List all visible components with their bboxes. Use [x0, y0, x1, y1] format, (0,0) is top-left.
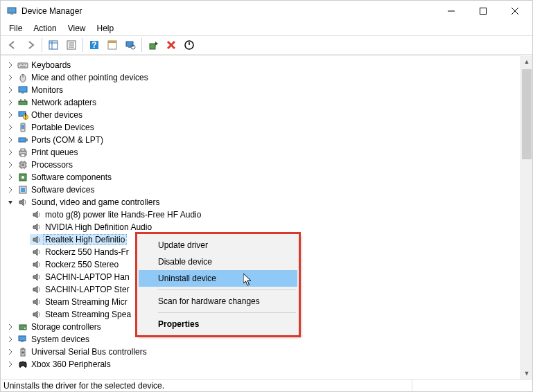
menu-action[interactable]: Action: [28, 22, 62, 35]
scroll-thumb[interactable]: [522, 69, 532, 159]
tree-row[interactable]: Universal Serial Bus controllers: [2, 346, 532, 358]
tree-row[interactable]: Keyboards: [2, 59, 532, 71]
expand-icon[interactable]: [5, 359, 16, 370]
sound-icon: [31, 309, 42, 320]
svg-text:!: !: [24, 112, 26, 121]
scroll-down-arrow[interactable]: ▼: [521, 367, 532, 379]
svg-text:?: ?: [91, 40, 96, 50]
expand-icon[interactable]: [5, 134, 16, 145]
tree-row[interactable]: Processors: [2, 159, 532, 171]
sound-icon: [31, 259, 42, 270]
uninstall-button[interactable]: [163, 37, 180, 53]
svg-rect-59: [21, 188, 25, 192]
cpu-icon: [17, 159, 28, 170]
tree-item-label: NVIDIA High Definition Audio: [44, 222, 153, 232]
svg-rect-3: [480, 8, 487, 15]
svg-rect-34: [20, 99, 21, 101]
tree-row[interactable]: NVIDIA High Definition Audio: [2, 221, 532, 233]
menu-item[interactable]: Properties: [139, 316, 297, 332]
tree-item-label: Other devices: [30, 110, 84, 120]
no-expand: [19, 296, 30, 308]
vertical-scrollbar[interactable]: ▲ ▼: [521, 55, 532, 379]
no-expand: [19, 259, 30, 270]
no-expand: [19, 234, 30, 245]
menu-item[interactable]: Disable device: [139, 253, 297, 270]
tree-row[interactable]: Xbox 360 Peripherals: [2, 358, 532, 371]
sound-icon: [31, 247, 42, 258]
svg-rect-62: [19, 336, 26, 341]
status-bar: Uninstalls the driver for the selected d…: [1, 379, 532, 391]
tree-item-label: Steam Streaming Micr: [44, 297, 129, 307]
sound-icon: [31, 296, 42, 308]
expand-icon[interactable]: [5, 97, 16, 108]
toolbar-sep: [82, 38, 83, 52]
no-expand: [19, 309, 30, 320]
tree-item-label: Universal Serial Bus controllers: [30, 347, 148, 357]
no-expand: [19, 284, 30, 295]
svg-rect-42: [26, 139, 28, 141]
expand-icon[interactable]: [5, 60, 16, 71]
tree-row[interactable]: moto g(8) power lite Hands-Free HF Audio: [2, 208, 532, 221]
svg-rect-32: [21, 92, 24, 93]
tree-row[interactable]: Print queues: [2, 146, 532, 159]
tree-row[interactable]: Sound, video and game controllers: [2, 196, 532, 208]
back-button[interactable]: [4, 37, 21, 53]
net-icon: [17, 97, 28, 108]
svg-rect-31: [19, 87, 27, 92]
port-icon: [17, 134, 28, 145]
system-icon: [17, 334, 28, 345]
scroll-up-arrow[interactable]: ▲: [521, 55, 532, 67]
tree-row[interactable]: Portable Devices: [2, 121, 532, 134]
svg-rect-28: [20, 66, 26, 66]
help-button[interactable]: ?: [86, 37, 103, 53]
expand-icon[interactable]: [5, 334, 16, 345]
printq-icon: [17, 147, 28, 158]
toolbar-sep: [141, 38, 142, 52]
svg-rect-18: [128, 46, 131, 48]
expand-icon[interactable]: [5, 122, 16, 133]
tree-row[interactable]: Mice and other pointing devices: [2, 71, 532, 84]
maximize-button[interactable]: [467, 1, 499, 21]
menu-item[interactable]: Update driver: [139, 237, 297, 253]
expand-icon[interactable]: [5, 321, 16, 332]
scan-button[interactable]: [122, 37, 139, 53]
show-hide-tree-button[interactable]: [45, 37, 62, 53]
minimize-button[interactable]: [435, 1, 467, 21]
expand-icon[interactable]: [5, 159, 16, 170]
svg-rect-63: [21, 341, 24, 342]
menu-file[interactable]: File: [3, 22, 28, 35]
tree-row[interactable]: Ports (COM & LPT): [2, 134, 532, 146]
disable-button[interactable]: [181, 37, 198, 53]
tree-item-label: Portable Devices: [30, 123, 96, 132]
tree-row[interactable]: !Other devices: [2, 109, 532, 121]
action-button[interactable]: [104, 37, 121, 53]
expand-icon[interactable]: [5, 72, 16, 83]
expand-icon[interactable]: [5, 184, 16, 195]
titlebar: Device Manager: [1, 1, 532, 21]
tree-row[interactable]: Software components: [2, 171, 532, 184]
expand-icon[interactable]: [5, 109, 16, 121]
close-button[interactable]: [499, 1, 531, 21]
expand-icon[interactable]: [5, 172, 16, 183]
menu-help[interactable]: Help: [91, 22, 120, 35]
tree-item-label: Keyboards: [30, 60, 72, 70]
tree-item-label: Xbox 360 Peripherals: [30, 359, 112, 369]
tree-item-label: Print queues: [30, 148, 79, 157]
expand-icon[interactable]: [5, 346, 16, 357]
svg-rect-60: [19, 325, 26, 330]
xbox-icon: [17, 359, 28, 370]
expand-icon[interactable]: [5, 84, 16, 96]
forward-button[interactable]: [22, 37, 39, 53]
collapse-icon[interactable]: [5, 197, 16, 208]
menu-item[interactable]: Scan for hardware changes: [139, 293, 297, 310]
svg-rect-23: [19, 64, 20, 65]
update-driver-button[interactable]: [145, 37, 161, 53]
menu-view[interactable]: View: [62, 22, 91, 35]
tree-row[interactable]: Network adapters: [2, 96, 532, 109]
no-expand: [19, 271, 30, 283]
menu-item[interactable]: Uninstall device: [139, 270, 297, 287]
tree-row[interactable]: Software devices: [2, 184, 532, 196]
expand-icon[interactable]: [5, 147, 16, 158]
properties-button[interactable]: [63, 37, 80, 53]
tree-row[interactable]: Monitors: [2, 84, 532, 96]
